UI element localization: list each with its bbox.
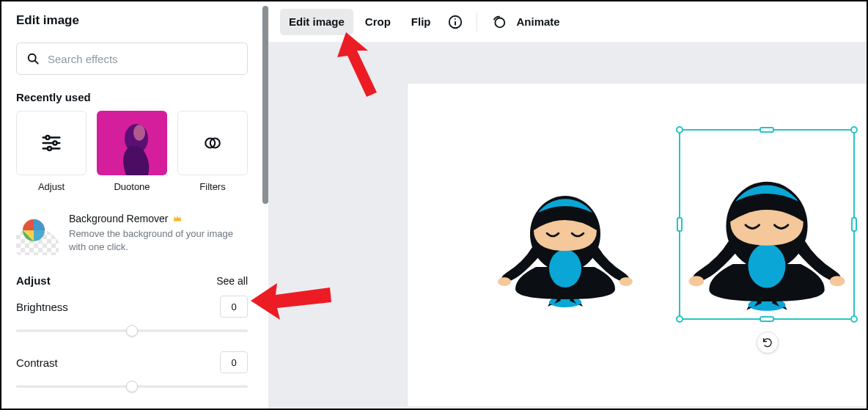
svg-point-5 [54, 142, 57, 145]
flip-button[interactable]: Flip [402, 9, 440, 35]
animate-icon[interactable] [486, 10, 511, 34]
toolbar-separator [477, 12, 477, 32]
animate-button[interactable]: Animate [514, 9, 569, 35]
bg-remover-title: Background Remover [69, 213, 168, 224]
brightness-label: Brightness [16, 301, 68, 313]
svg-point-19 [498, 277, 511, 286]
sidebar-scrollbar[interactable] [262, 6, 268, 204]
annotation-arrow-top [324, 32, 390, 98]
crop-button[interactable]: Crop [356, 9, 400, 35]
svg-line-1 [35, 61, 38, 64]
sidebar-title: Edit image [16, 13, 248, 28]
search-effects-field[interactable] [16, 43, 248, 75]
svg-point-7 [48, 147, 51, 150]
adjust-row-brightness: Brightness [16, 296, 248, 318]
search-icon [26, 51, 40, 66]
filters-icon [203, 133, 222, 153]
svg-point-17 [495, 18, 504, 27]
effect-tile-filters[interactable]: Filters [177, 111, 248, 192]
rotate-handle[interactable] [757, 332, 779, 354]
adjust-row-contrast: Contrast [16, 351, 248, 373]
tile-label: Filters [199, 181, 225, 192]
effect-tile-adjust[interactable]: Adjust [16, 111, 87, 192]
contrast-label: Contrast [16, 356, 58, 369]
recently-used-row: Adjust Duotone Filters [16, 111, 248, 192]
edit-image-button[interactable]: Edit image [280, 9, 353, 35]
adjust-heading: Adjust [16, 274, 51, 287]
brightness-value-input[interactable] [220, 296, 248, 318]
crown-icon [172, 213, 183, 224]
tile-label: Adjust [38, 181, 65, 192]
duotone-thumbnail [97, 111, 167, 175]
svg-point-3 [46, 136, 50, 139]
canvas-image-ninja-left[interactable] [496, 157, 635, 311]
search-effects-input[interactable] [48, 53, 238, 65]
contrast-slider[interactable] [16, 379, 248, 394]
rotate-icon [762, 337, 773, 348]
design-page[interactable] [408, 84, 868, 406]
svg-point-10 [133, 125, 145, 141]
brightness-slider[interactable] [16, 323, 248, 338]
adjust-icon [40, 132, 62, 154]
svg-point-20 [619, 277, 633, 286]
background-remover-card[interactable]: Background Remover Remove the background… [16, 213, 248, 255]
adjust-see-all-link[interactable]: See all [216, 275, 248, 287]
recently-used-heading: Recently used [16, 91, 248, 103]
annotation-arrow-side [251, 279, 331, 330]
svg-marker-28 [337, 32, 377, 97]
bg-remover-desc: Remove the background of your image with… [69, 227, 248, 253]
tile-label: Duotone [114, 181, 150, 192]
effects-sidebar: Edit image Recently used Adjust [1, 1, 262, 409]
selection-bounding-box[interactable] [679, 129, 855, 320]
svg-point-16 [455, 18, 456, 19]
contrast-value-input[interactable] [220, 351, 248, 373]
info-icon[interactable] [443, 10, 468, 34]
effect-tile-duotone[interactable]: Duotone [97, 111, 167, 192]
bg-remover-thumbnail [16, 213, 59, 255]
svg-marker-29 [251, 283, 331, 320]
svg-point-22 [549, 249, 581, 288]
bg-remover-text: Background Remover Remove the background… [69, 213, 248, 255]
